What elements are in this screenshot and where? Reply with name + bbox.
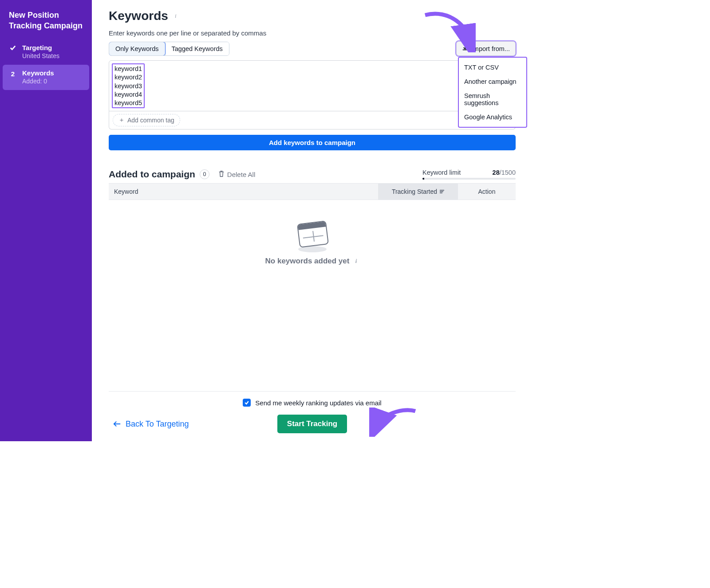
trash-icon [218, 170, 225, 179]
plus-icon: ＋ [118, 116, 125, 124]
added-count-badge: 0 [200, 169, 209, 179]
empty-state-illustration [296, 220, 329, 251]
info-icon[interactable]: i [173, 13, 179, 19]
wizard-step-targeting[interactable]: Targeting United States [0, 39, 92, 65]
keywords-text-highlight: keyword1 keyword2 keyword3 keyword4 keyw… [112, 63, 145, 108]
col-keyword[interactable]: Keyword [109, 184, 378, 200]
main-content: Keywords i Enter keywords one per line o… [92, 0, 532, 441]
wizard-step-keywords[interactable]: 2 Keywords Added: 0 [3, 65, 89, 90]
check-icon [9, 44, 17, 59]
import-from-button[interactable]: Import from... [456, 41, 516, 56]
keyword-limit-current: 28 [493, 169, 500, 176]
info-icon[interactable]: i [353, 258, 359, 264]
page-title: Keywords [109, 9, 168, 23]
import-option-txt-csv[interactable]: TXT or CSV [459, 60, 526, 74]
tab-only-keywords[interactable]: Only Keywords [109, 42, 166, 56]
back-to-targeting-link[interactable]: Back To Targeting [113, 419, 189, 429]
keyword-limit-max: 1500 [501, 169, 516, 176]
empty-state: No keywords added yet i [109, 200, 516, 279]
wizard-sidebar: New Position Tracking Campaign Targeting… [0, 0, 92, 441]
col-action: Action [458, 184, 516, 200]
add-keywords-button[interactable]: Add keywords to campaign [109, 135, 516, 150]
delete-all-label: Delete All [227, 171, 255, 178]
import-from-menu: TXT or CSV Another campaign Semrush sugg… [458, 57, 527, 128]
weekly-updates-checkbox[interactable] [243, 399, 251, 407]
empty-state-text: No keywords added yet [265, 257, 350, 266]
keyword-limit-progress [422, 178, 516, 180]
sidebar-title: New Position Tracking Campaign [0, 10, 92, 39]
step-subtext: Added: 0 [22, 78, 83, 85]
keyword-mode-segmented: Only Keywords Tagged Keywords [109, 42, 229, 56]
page-subtitle: Enter keywords one per line or separated… [109, 29, 516, 37]
import-option-google-analytics[interactable]: Google Analytics [459, 110, 526, 124]
arrow-left-icon [113, 421, 121, 427]
step-subtext: United States [22, 52, 83, 59]
add-common-tag-label: Add common tag [127, 117, 174, 124]
col-tracking-started[interactable]: Tracking Started [378, 184, 458, 200]
download-icon [462, 45, 468, 52]
import-option-another-campaign[interactable]: Another campaign [459, 74, 526, 89]
tab-tagged-keywords[interactable]: Tagged Keywords [165, 42, 229, 55]
step-label: Keywords [22, 69, 83, 77]
back-link-label: Back To Targeting [126, 419, 189, 429]
keyword-limit-label: Keyword limit [422, 169, 461, 176]
step-number: 2 [9, 69, 17, 85]
weekly-updates-label[interactable]: Send me weekly ranking updates via email [255, 399, 381, 407]
keywords-input[interactable]: keyword1 keyword2 keyword3 keyword4 keyw… [109, 60, 516, 111]
delete-all-button[interactable]: Delete All [218, 170, 255, 179]
add-tag-row: ＋ Add common tag [109, 111, 516, 129]
step-label: Targeting [22, 44, 83, 51]
added-to-campaign-section: Added to campaign 0 Delete All Keyword l… [109, 169, 516, 279]
keyword-limit: Keyword limit 28/1500 [422, 169, 516, 180]
import-button-label: Import from... [472, 45, 510, 52]
start-tracking-button[interactable]: Start Tracking [277, 415, 347, 433]
add-common-tag-button[interactable]: ＋ Add common tag [113, 114, 180, 126]
keywords-table-header: Keyword Tracking Started Action [109, 183, 516, 200]
import-option-semrush-suggestions[interactable]: Semrush suggestions [459, 89, 526, 110]
sort-icon [440, 190, 444, 193]
wizard-footer: Send me weekly ranking updates via email… [109, 391, 516, 441]
added-section-title: Added to campaign [109, 169, 195, 180]
